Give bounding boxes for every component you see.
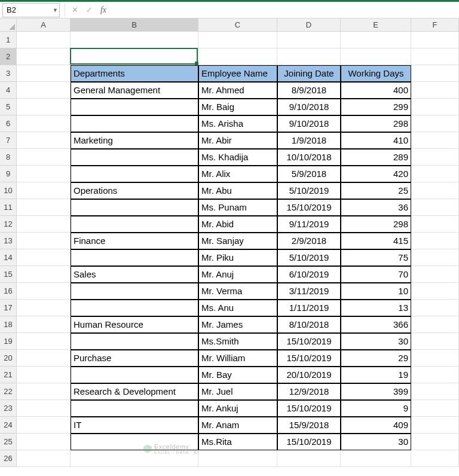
cell-A5[interactable] <box>17 99 71 115</box>
cell-A12[interactable] <box>17 216 71 233</box>
cancel-icon[interactable]: ✕ <box>68 5 82 14</box>
row-header-9[interactable]: 9 <box>0 166 17 182</box>
cell-C11[interactable]: Ms. Punam <box>198 199 277 216</box>
chevron-down-icon[interactable]: ▼ <box>53 7 58 13</box>
cell-F15[interactable] <box>411 266 459 283</box>
cell-B20[interactable]: Purchase <box>71 350 198 367</box>
row-header-14[interactable]: 14 <box>0 249 17 266</box>
cell-B8[interactable] <box>71 149 198 166</box>
cell-F24[interactable] <box>411 417 459 434</box>
cell-D26[interactable] <box>277 450 341 467</box>
cell-D18[interactable]: 8/10/2018 <box>277 316 341 333</box>
column-header-D[interactable]: D <box>277 19 341 32</box>
cell-A16[interactable] <box>17 283 71 300</box>
cell-B1[interactable] <box>71 32 198 48</box>
cell-F25[interactable] <box>411 434 459 450</box>
cell-B10[interactable]: Operations <box>71 182 198 199</box>
cell-A10[interactable] <box>17 182 71 199</box>
cell-E26[interactable] <box>341 450 411 467</box>
cell-B19[interactable] <box>71 333 198 350</box>
cell-B4[interactable]: General Management <box>71 82 198 99</box>
cell-D22[interactable]: 12/9/2018 <box>277 383 341 400</box>
cell-A25[interactable] <box>17 434 71 450</box>
cell-B2[interactable] <box>71 48 198 65</box>
row-header-23[interactable]: 23 <box>0 400 17 417</box>
cell-F8[interactable] <box>411 149 459 166</box>
select-all-button[interactable] <box>0 19 17 32</box>
cell-B18[interactable]: Human Resource <box>71 316 198 333</box>
cell-E10[interactable]: 25 <box>341 182 411 199</box>
cell-D5[interactable]: 9/10/2018 <box>277 99 341 115</box>
cell-C7[interactable]: Mr. Abir <box>198 132 277 149</box>
cell-F4[interactable] <box>411 82 459 99</box>
cell-B24[interactable]: IT <box>71 417 198 434</box>
cell-E16[interactable]: 10 <box>341 283 411 300</box>
cell-A8[interactable] <box>17 149 71 166</box>
cell-A3[interactable] <box>17 65 71 82</box>
cell-C26[interactable] <box>198 450 277 467</box>
cell-E6[interactable]: 298 <box>341 115 411 132</box>
cell-B16[interactable] <box>71 283 198 300</box>
cell-C8[interactable]: Ms. Khadija <box>198 149 277 166</box>
cell-F21[interactable] <box>411 367 459 383</box>
cell-E3[interactable]: Working Days <box>341 65 411 82</box>
cell-F18[interactable] <box>411 316 459 333</box>
cell-B23[interactable] <box>71 400 198 417</box>
cell-E19[interactable]: 30 <box>341 333 411 350</box>
cell-F11[interactable] <box>411 199 459 216</box>
cell-E2[interactable] <box>341 48 411 65</box>
cell-B9[interactable] <box>71 166 198 182</box>
cell-E7[interactable]: 410 <box>341 132 411 149</box>
cell-B13[interactable]: Finance <box>71 233 198 249</box>
formula-input[interactable] <box>111 4 459 17</box>
cell-A7[interactable] <box>17 132 71 149</box>
cell-F10[interactable] <box>411 182 459 199</box>
cell-D13[interactable]: 2/9/2018 <box>277 233 341 249</box>
cell-B22[interactable]: Research & Development <box>71 383 198 400</box>
column-header-B[interactable]: B <box>71 19 198 32</box>
column-header-A[interactable]: A <box>17 19 71 32</box>
row-header-1[interactable]: 1 <box>0 32 17 48</box>
cell-B11[interactable] <box>71 199 198 216</box>
cell-C17[interactable]: Ms. Anu <box>198 300 277 316</box>
cell-B21[interactable] <box>71 367 198 383</box>
cell-C19[interactable]: Ms.Smith <box>198 333 277 350</box>
cell-D1[interactable] <box>277 32 341 48</box>
cell-C13[interactable]: Mr. Sanjay <box>198 233 277 249</box>
cell-B14[interactable] <box>71 249 198 266</box>
cell-C21[interactable]: Mr. Bay <box>198 367 277 383</box>
row-header-8[interactable]: 8 <box>0 149 17 166</box>
cell-E8[interactable]: 289 <box>341 149 411 166</box>
cell-D3[interactable]: Joining Date <box>277 65 341 82</box>
cell-C12[interactable]: Mr. Abid <box>198 216 277 233</box>
cell-A11[interactable] <box>17 199 71 216</box>
cell-C6[interactable]: Ms. Arisha <box>198 115 277 132</box>
column-header-C[interactable]: C <box>198 19 277 32</box>
row-header-3[interactable]: 3 <box>0 65 17 82</box>
cell-C24[interactable]: Mr. Anam <box>198 417 277 434</box>
cell-C20[interactable]: Mr. William <box>198 350 277 367</box>
cell-A13[interactable] <box>17 233 71 249</box>
cell-A1[interactable] <box>17 32 71 48</box>
cell-A4[interactable] <box>17 82 71 99</box>
cells-area[interactable]: DepartmentsEmployee NameJoining DateWork… <box>17 32 459 467</box>
cell-D16[interactable]: 3/11/2019 <box>277 283 341 300</box>
cell-C25[interactable]: Ms.Rita <box>198 434 277 450</box>
cell-D24[interactable]: 15/9/2018 <box>277 417 341 434</box>
cell-D4[interactable]: 8/9/2018 <box>277 82 341 99</box>
row-header-15[interactable]: 15 <box>0 266 17 283</box>
cell-F14[interactable] <box>411 249 459 266</box>
cell-D15[interactable]: 6/10/2019 <box>277 266 341 283</box>
cell-A2[interactable] <box>17 48 71 65</box>
cell-C15[interactable]: Mr. Anuj <box>198 266 277 283</box>
cell-F19[interactable] <box>411 333 459 350</box>
cell-E15[interactable]: 70 <box>341 266 411 283</box>
row-header-10[interactable]: 10 <box>0 182 17 199</box>
row-header-13[interactable]: 13 <box>0 233 17 249</box>
row-header-17[interactable]: 17 <box>0 300 17 316</box>
row-header-2[interactable]: 2 <box>0 48 17 65</box>
cell-C22[interactable]: Mr. Juel <box>198 383 277 400</box>
cell-E12[interactable]: 298 <box>341 216 411 233</box>
row-header-26[interactable]: 26 <box>0 450 17 467</box>
cell-A20[interactable] <box>17 350 71 367</box>
